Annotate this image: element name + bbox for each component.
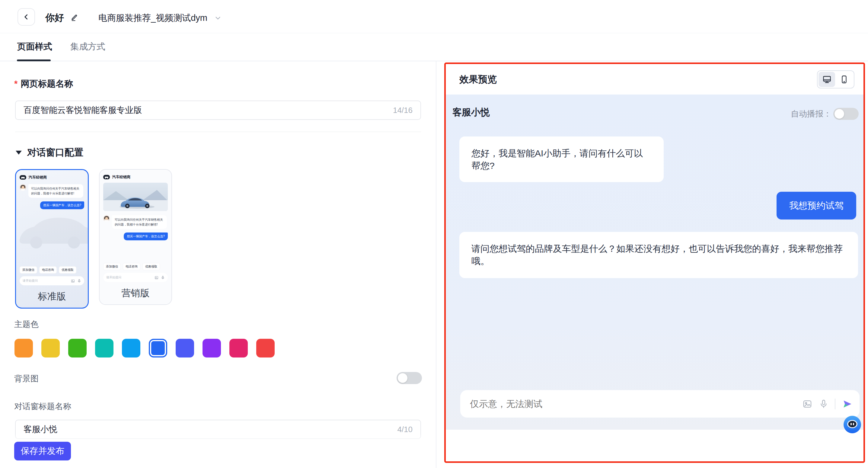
tab-integration[interactable]: 集成方式: [70, 41, 105, 53]
image-icon: [155, 276, 158, 280]
mini-quick-chips: 添加微信 电话咨询 优惠领取: [103, 263, 168, 270]
chevron-down-icon: [214, 14, 222, 22]
panel-divider: [436, 61, 436, 468]
toggle-knob: [398, 373, 407, 383]
theme-color-swatch[interactable]: [41, 339, 60, 357]
car-watermark: [15, 206, 89, 252]
mini-chat-header: 汽车经销商: [20, 175, 84, 180]
device-toggle: [817, 70, 855, 88]
web-title-counter: 14/16: [393, 106, 412, 115]
send-button[interactable]: [841, 398, 853, 410]
mic-icon: [818, 399, 829, 409]
template-label-standard: 标准版: [20, 290, 84, 303]
mic-button[interactable]: [818, 399, 829, 409]
chip-add-wechat[interactable]: 添加微信: [20, 266, 37, 273]
web-title-input[interactable]: 14/16: [15, 100, 421, 120]
web-title-value[interactable]: [24, 106, 393, 115]
theme-color-swatches: [14, 339, 275, 357]
chip-coupon[interactable]: 优惠领取: [59, 266, 76, 273]
theme-color-swatch-selected[interactable]: [149, 339, 167, 357]
car-brand-icon: [20, 175, 26, 180]
theme-color-swatch[interactable]: [122, 339, 140, 357]
theme-color-swatch[interactable]: [229, 339, 248, 357]
session-select[interactable]: 电商服装推荐_视频测试dym: [98, 12, 222, 24]
image-icon: [71, 279, 75, 283]
chevron-left-icon: [22, 13, 30, 21]
chat-input-bar: [460, 390, 860, 417]
web-title-label: *网页标题名称: [14, 78, 73, 90]
chat-window-title: 客服小悦: [453, 106, 490, 119]
mic-icon: [77, 279, 81, 283]
tab-page-style[interactable]: 页面样式: [17, 41, 52, 53]
chip-phone[interactable]: 电话咨询: [123, 263, 140, 270]
mini-chat-input: 请开始提问: [103, 273, 168, 282]
mic-icon: [161, 276, 165, 280]
app-window: 你好 电商服装推荐_视频测试dym 页面样式 集成方式 *网页标题名称 14/1…: [0, 0, 868, 468]
theme-color-swatch[interactable]: [176, 339, 194, 357]
template-label-marketing: 营销版: [103, 287, 168, 299]
window-config-collapse[interactable]: 对话窗口配置: [16, 146, 83, 159]
save-bar: 保存并发布: [0, 434, 436, 468]
mobile-view-button[interactable]: [836, 72, 852, 87]
theme-color-swatch[interactable]: [14, 339, 33, 357]
image-upload-button[interactable]: [802, 399, 812, 409]
chat-preview: 客服小悦 自动播报： 您好，我是智能AI小助手，请问有什么可以帮您? 我想预约试…: [446, 94, 864, 430]
auto-broadcast-toggle[interactable]: [833, 108, 859, 120]
background-image-label: 背景图: [14, 373, 39, 384]
preview-header: 效果预览: [446, 64, 864, 94]
theme-color-label: 主题色: [14, 319, 39, 330]
mini-user-bubble: 想买一辆国产车，该怎么选?: [124, 233, 168, 240]
back-button[interactable]: [18, 8, 35, 26]
car-brand-icon: [103, 175, 110, 179]
section-divider: [15, 131, 421, 132]
mini-bot-message-row: 可以向我询问任何关于汽车销售相关的问题，我都十分乐意进行解答!: [103, 215, 168, 229]
theme-color-swatch[interactable]: [68, 339, 87, 357]
topbar: 你好 电商服装推荐_视频测试dym: [0, 0, 868, 33]
window-title-label: 对话窗标题名称: [14, 401, 71, 412]
toggle-knob: [835, 109, 844, 119]
car-photo: [103, 183, 168, 211]
mini-bot-message-row: 可以向我询问任何关于汽车销售相关的问题，我都十分乐意进行解答!: [20, 184, 84, 198]
theme-color-swatch[interactable]: [203, 339, 221, 357]
edit-pencil-icon[interactable]: [70, 13, 80, 22]
image-icon: [802, 399, 812, 409]
theme-color-swatch[interactable]: [256, 339, 275, 357]
mini-bot-bubble: 可以向我询问任何关于汽车销售相关的问题，我都十分乐意进行解答!: [112, 215, 167, 229]
window-title-value[interactable]: [24, 425, 397, 434]
bot-message-bubble: 请问您想试驾的品牌及车型是什么？如果还没有想好，也可以告诉我您的喜好，我来帮您推…: [459, 232, 858, 278]
template-card-standard[interactable]: 汽车经销商 可以向我询问任何关于汽车销售相关的问题，我都十分乐意进行解答! 想买…: [15, 169, 89, 309]
save-publish-button[interactable]: 保存并发布: [14, 442, 71, 461]
agent-avatar: [20, 184, 26, 191]
tab-bar: 页面样式 集成方式: [0, 33, 868, 61]
mini-quick-chips: 添加微信 电话咨询 优惠领取: [20, 266, 84, 273]
assistant-robot-avatar[interactable]: [843, 416, 861, 433]
session-title: 电商服装推荐_视频测试dym: [98, 12, 207, 24]
agent-name: 你好: [45, 11, 64, 24]
chip-coupon[interactable]: 优惠领取: [143, 263, 160, 270]
required-asterisk: *: [14, 79, 18, 88]
agent-avatar: [103, 215, 110, 222]
chip-add-wechat[interactable]: 添加微信: [103, 263, 121, 270]
monitor-icon: [822, 75, 832, 84]
mini-bot-bubble: 可以向我询问任何关于汽车销售相关的问题，我都十分乐意进行解答!: [28, 184, 83, 198]
caret-down-icon: [16, 151, 22, 154]
chat-input[interactable]: [470, 399, 796, 409]
smartphone-icon: [839, 75, 849, 84]
auto-broadcast-row: 自动播报：: [791, 108, 859, 120]
background-image-toggle[interactable]: [397, 372, 422, 384]
active-tab-underline: [17, 59, 51, 61]
window-config-label: 对话窗口配置: [27, 146, 83, 159]
theme-color-swatch[interactable]: [95, 339, 114, 357]
auto-broadcast-label: 自动播报：: [791, 108, 832, 119]
window-title-counter: 4/10: [397, 425, 412, 434]
bot-message-bubble: 您好，我是智能AI小助手，请问有什么可以帮您?: [459, 137, 664, 182]
bot-message-text: 请问您想试驾的品牌及车型是什么？如果还没有想好，也可以告诉我您的喜好，我来帮您推…: [471, 243, 846, 267]
input-divider: [835, 399, 835, 409]
send-icon: [841, 398, 853, 410]
mini-chat-header: 汽车经销商: [103, 175, 168, 180]
desktop-view-button[interactable]: [818, 72, 835, 87]
chip-phone[interactable]: 电话咨询: [39, 266, 57, 273]
mini-chat-input: 请开始提问: [20, 276, 84, 285]
template-card-marketing[interactable]: 汽车经销商 可以向我询问任何关于: [99, 169, 172, 305]
bot-message-text: 您好，我是智能AI小助手，请问有什么可以帮您?: [471, 147, 652, 172]
